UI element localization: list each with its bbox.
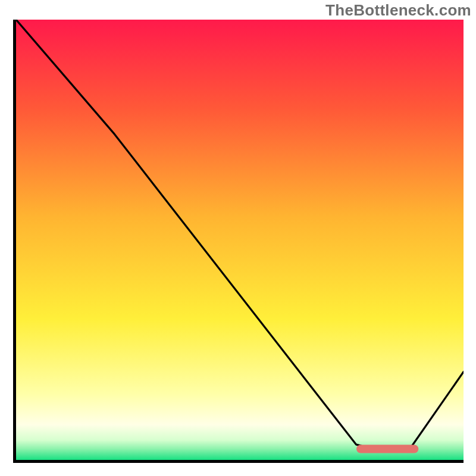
plot-svg xyxy=(16,20,464,460)
watermark-text: TheBottleneck.com xyxy=(325,1,471,20)
chart-stage: TheBottleneck.com xyxy=(0,0,476,476)
plot-frame xyxy=(13,20,464,463)
gradient-background xyxy=(16,20,464,460)
